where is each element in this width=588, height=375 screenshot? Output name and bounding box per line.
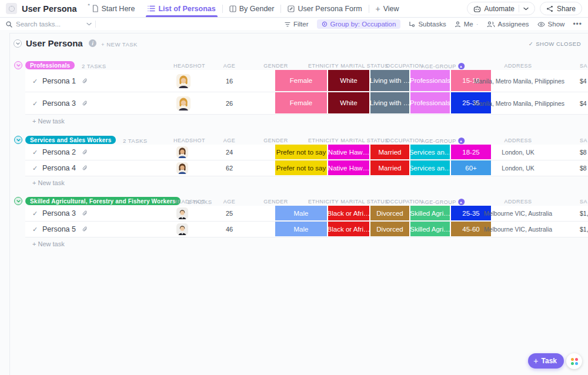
task-complete-check[interactable]: ✓ <box>32 165 38 172</box>
list-avatar-icon[interactable] <box>6 3 17 14</box>
new-task-button[interactable]: + New task <box>32 179 65 186</box>
task-complete-check[interactable]: ✓ <box>32 226 38 233</box>
task-name[interactable]: Persona 2 <box>42 148 76 156</box>
subtasks-button[interactable]: Subtasks <box>409 21 446 28</box>
column-header[interactable]: GENDER <box>263 199 288 205</box>
more-options-button[interactable]: ••• <box>573 20 582 28</box>
new-task-button[interactable]: + New task <box>32 118 65 125</box>
marital-cell[interactable]: Divorced <box>370 222 409 236</box>
table-row[interactable]: ✓ Persona 2 24Prefer not to sayNative Ha… <box>25 145 588 160</box>
column-header[interactable]: ADDRESS <box>504 63 532 69</box>
column-header[interactable]: OCCUPATION <box>386 63 423 69</box>
occupation-cell[interactable]: Services an… <box>410 145 450 159</box>
task-complete-check[interactable]: ✓ <box>32 99 38 107</box>
group-collapse-icon[interactable] <box>14 61 22 69</box>
age-value[interactable]: 16 <box>215 78 244 85</box>
task-name[interactable]: Persona 1 <box>42 77 76 85</box>
column-header[interactable]: SA <box>580 63 587 69</box>
headshot-avatar[interactable] <box>176 96 191 111</box>
marital-cell[interactable]: Living with … <box>370 70 409 91</box>
salary-value[interactable]: $4 <box>580 100 587 107</box>
column-header[interactable]: OCCUPATION <box>386 199 423 205</box>
column-header[interactable]: MARITAL STATUS <box>340 63 389 69</box>
attachment-icon[interactable] <box>82 210 88 217</box>
column-header[interactable]: HEADSHOT <box>173 63 205 69</box>
column-header[interactable]: AGE <box>223 199 236 205</box>
headshot-avatar[interactable] <box>176 162 188 174</box>
ethnicity-cell[interactable]: White <box>328 70 369 91</box>
group-collapse-icon[interactable] <box>14 136 22 144</box>
sort-asc-badge[interactable]: ▲ <box>458 199 465 205</box>
share-button[interactable]: Share <box>540 2 582 15</box>
tab-user-persona-form[interactable]: User Persona Form <box>281 0 368 17</box>
task-name[interactable]: Persona 3 <box>42 99 76 108</box>
salary-value[interactable]: $4 <box>580 78 587 85</box>
column-header[interactable]: ETHNICITY <box>308 138 339 143</box>
column-header[interactable]: SA <box>580 138 587 143</box>
table-row[interactable]: ✓ Persona 5 46MaleBlack or Afri…Divorced… <box>25 222 588 237</box>
section-collapse-icon[interactable] <box>14 39 22 48</box>
task-complete-check[interactable]: ✓ <box>32 149 38 156</box>
group-by-button[interactable]: Group by: Occupation <box>317 19 401 29</box>
column-header[interactable]: AGE-GROUP▲ <box>421 199 465 205</box>
gender-cell[interactable]: Female <box>275 92 327 113</box>
occupation-cell[interactable]: Professionals <box>410 92 450 113</box>
address-value[interactable]: Melbourne VIC, Australia <box>474 226 562 233</box>
sort-asc-badge[interactable]: ▲ <box>458 63 465 69</box>
apps-launcher-button[interactable] <box>566 353 582 369</box>
occupation-cell[interactable]: Skilled Agri… <box>410 206 450 220</box>
chevron-down-icon[interactable] <box>86 22 92 26</box>
column-header[interactable]: HEADSHOT <box>173 199 205 205</box>
column-header[interactable]: GENDER <box>263 138 288 143</box>
task-name[interactable]: Persona 5 <box>42 225 76 233</box>
tab-list-of-personas[interactable]: List of Personas <box>141 0 222 17</box>
age-value[interactable]: 62 <box>215 165 244 172</box>
address-value[interactable]: Manila, Metro Manila, Philippines <box>474 78 562 85</box>
marital-cell[interactable]: Divorced <box>370 206 409 220</box>
column-header[interactable]: GENDER <box>263 63 288 69</box>
occupation-cell[interactable]: Skilled Agri… <box>410 222 450 236</box>
search-input[interactable] <box>16 21 75 28</box>
headshot-avatar[interactable] <box>176 146 188 158</box>
add-task-fab[interactable]: + Task <box>528 353 564 369</box>
group-name-pill[interactable]: Skilled Agricultural, Forestry and Fishe… <box>25 197 181 205</box>
gender-cell[interactable]: Male <box>275 206 327 220</box>
ethnicity-cell[interactable]: Black or Afri… <box>328 222 369 236</box>
age-value[interactable]: 24 <box>215 149 244 156</box>
headshot-avatar[interactable] <box>176 207 188 219</box>
headshot-avatar[interactable] <box>176 74 191 88</box>
automate-button[interactable]: Automate <box>467 2 535 15</box>
address-value[interactable]: Melbourne VIC, Australia <box>474 210 562 217</box>
column-header[interactable]: MARITAL STATUS <box>340 199 389 205</box>
ethnicity-cell[interactable]: Native Haw… <box>328 145 369 159</box>
gender-cell[interactable]: Male <box>275 222 327 236</box>
chevron-down-icon[interactable] <box>523 7 529 11</box>
group-name-pill[interactable]: Professionals <box>25 61 75 69</box>
task-complete-check[interactable]: ✓ <box>32 77 38 85</box>
tab-start-here[interactable]: ✶ Start Here <box>85 0 142 17</box>
group-collapse-icon[interactable] <box>14 197 22 205</box>
task-complete-check[interactable]: ✓ <box>32 210 38 217</box>
assignees-button[interactable]: Assignees <box>487 21 529 28</box>
age-value[interactable]: 26 <box>215 100 244 107</box>
address-value[interactable]: London, UK <box>474 149 562 156</box>
table-row[interactable]: ✓ Persona 1 16FemaleWhiteLiving with …Pr… <box>25 70 588 92</box>
table-row[interactable]: ✓ Persona 4 62Prefer not to sayNative Ha… <box>25 160 588 176</box>
age-value[interactable]: 46 <box>215 226 244 233</box>
show-closed-toggle[interactable]: ✓SHOW CLOSED <box>529 41 581 47</box>
salary-value[interactable]: $8 <box>580 165 587 172</box>
attachment-icon[interactable] <box>82 149 88 156</box>
new-task-top-button[interactable]: + NEW TASK <box>101 41 138 48</box>
salary-value[interactable]: $1, <box>580 226 588 233</box>
occupation-cell[interactable]: Services an… <box>410 160 450 175</box>
marital-cell[interactable]: Married <box>370 145 409 159</box>
add-view-button[interactable]: + View <box>369 0 406 17</box>
column-header[interactable]: HEADSHOT <box>173 138 205 143</box>
task-name[interactable]: Persona 4 <box>42 164 76 172</box>
filter-button[interactable]: Filter <box>285 21 309 28</box>
table-row[interactable]: ✓ Persona 3 26FemaleWhiteLiving with …Pr… <box>25 92 588 115</box>
ethnicity-cell[interactable]: White <box>328 92 369 113</box>
task-name[interactable]: Persona 3 <box>42 209 76 217</box>
occupation-cell[interactable]: Professionals <box>410 70 450 91</box>
marital-cell[interactable]: Married <box>370 160 409 175</box>
